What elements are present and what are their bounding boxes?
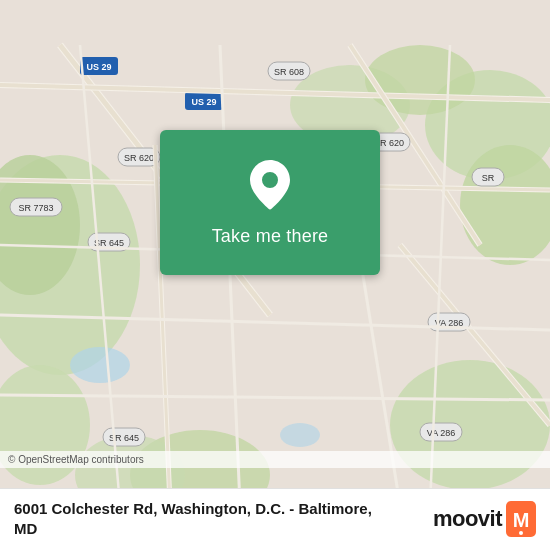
map-container: US 29 US 29 SR 608 SR 620 SR 620 SR 7783… <box>0 0 550 550</box>
svg-point-5 <box>390 360 550 490</box>
svg-text:SR 620: SR 620 <box>124 153 154 163</box>
svg-text:VA 286: VA 286 <box>427 428 455 438</box>
svg-text:US 29: US 29 <box>191 97 216 107</box>
map-pin-icon <box>248 158 292 216</box>
moovit-logo: moovit M <box>433 501 536 537</box>
moovit-icon-svg: M <box>506 501 536 537</box>
address-text: 6001 Colchester Rd, Washington, D.C. - B… <box>14 499 372 538</box>
svg-text:M: M <box>513 509 530 531</box>
svg-point-11 <box>70 347 130 383</box>
svg-point-12 <box>280 423 320 447</box>
svg-point-8 <box>365 45 475 115</box>
svg-text:SR: SR <box>482 173 495 183</box>
take-me-there-label: Take me there <box>212 226 329 247</box>
moovit-logo-text: moovit <box>433 506 502 532</box>
copyright-bar: © OpenStreetMap contributors <box>0 451 550 468</box>
svg-text:US 29: US 29 <box>86 62 111 72</box>
svg-point-57 <box>519 531 523 535</box>
bottom-bar: 6001 Colchester Rd, Washington, D.C. - B… <box>0 488 550 550</box>
take-me-there-button[interactable]: Take me there <box>160 130 380 275</box>
copyright-text: © OpenStreetMap contributors <box>8 454 144 465</box>
svg-text:SR 7783: SR 7783 <box>18 203 53 213</box>
address-block: 6001 Colchester Rd, Washington, D.C. - B… <box>14 499 372 538</box>
svg-point-54 <box>261 171 279 189</box>
svg-text:SR 608: SR 608 <box>274 67 304 77</box>
